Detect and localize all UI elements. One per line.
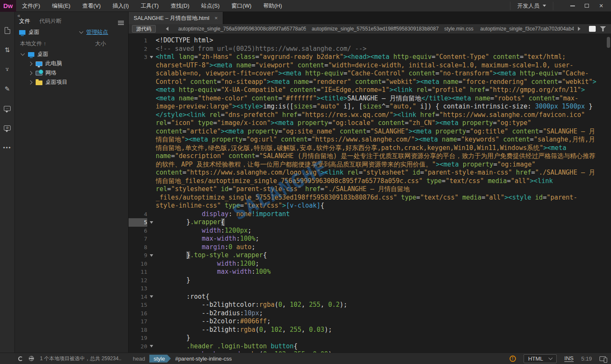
- doctype-select[interactable]: HTML: [524, 354, 557, 363]
- code-line-1[interactable]: 1<!DOCTYPE html>: [129, 36, 611, 45]
- code-fold-icon[interactable]: [150, 254, 153, 257]
- menu-item-1[interactable]: 编辑(E): [46, 0, 76, 12]
- column-local-files[interactable]: 本地文件 ↑: [20, 40, 46, 47]
- code-line-wrap[interactable]: content="article"><meta property="og:sit…: [129, 128, 611, 136]
- split-view-button[interactable]: [589, 26, 596, 32]
- manage-sites-link[interactable]: 管理站点: [86, 28, 108, 36]
- scroll-left-icon[interactable]: [166, 27, 168, 31]
- code-line-2[interactable]: 2<!-- saved from url=(0025)https://www.s…: [129, 45, 611, 53]
- menu-item-7[interactable]: 窗口(W): [226, 0, 258, 12]
- tree-item-桌面[interactable]: 桌面: [15, 50, 128, 59]
- restore-button[interactable]: [580, 1, 594, 11]
- code-line-wrap[interactable]: name="description" content="SALANGHE (月情…: [129, 152, 611, 161]
- chevron-right-icon[interactable]: [28, 71, 32, 75]
- menu-item-6[interactable]: 站点(S): [195, 0, 225, 12]
- code-line-9[interactable]: 9 }.top-style .wrapper{: [129, 251, 611, 260]
- tab-files[interactable]: 文件: [19, 17, 30, 25]
- code-view[interactable]: 1<!DOCTYPE html>2<!-- saved from url=(00…: [129, 33, 611, 353]
- apply-comment-button[interactable]: --: [3, 104, 11, 113]
- workspace-switcher[interactable]: 开发人员: [510, 2, 553, 10]
- code-line-wrap[interactable]: content="https://www.salanghe.com/logo.s…: [129, 169, 611, 177]
- code-line-20[interactable]: 20 .header .login-button button{: [129, 342, 611, 351]
- code-line-wrap[interactable]: charset=UTF-8"><meta name="viewport" con…: [129, 61, 611, 70]
- menu-item-2[interactable]: 查看(V): [76, 0, 107, 12]
- tab-snippets[interactable]: 代码片断: [39, 17, 62, 25]
- tree-item-网络[interactable]: 网络: [15, 68, 128, 78]
- code-line-5[interactable]: 5 }.wrapper{: [129, 218, 611, 227]
- chevron-right-icon[interactable]: [28, 80, 32, 84]
- chevron-right-icon[interactable]: [28, 61, 32, 66]
- code-line-wrap[interactable]: 情自留地_files/autoptimize_single_756a599959…: [129, 177, 611, 186]
- insert-mode-indicator[interactable]: INS: [564, 355, 574, 362]
- column-size[interactable]: 大小: [95, 40, 123, 47]
- realtime-preview-icon[interactable]: [600, 356, 606, 361]
- code-line-wrap[interactable]: image-preview:large"><style>img:is([size…: [129, 103, 611, 111]
- tag-head[interactable]: head: [133, 356, 145, 362]
- code-fold-icon[interactable]: [150, 345, 153, 347]
- code-line-wrap[interactable]: 情自留地,单文件,绿色版,汉化版,特别版,破解版,安卓,软件分享,好东西分享,p…: [129, 144, 611, 153]
- filter-icon[interactable]: [600, 26, 606, 31]
- site-select[interactable]: 桌面: [19, 28, 83, 36]
- code-line-wrap[interactable]: <meta name="theme-color" content="#fffff…: [129, 94, 611, 103]
- code-line-wrap[interactable]: rel="stylesheet" id="parent-style-css" h…: [129, 185, 611, 194]
- code-line-wrap[interactable]: 的软件、APP 及技术经验教程，让每一位用户都能便捷享受到高品质互联网资源带来的…: [129, 161, 611, 169]
- code-line-14[interactable]: 14 :root{: [129, 293, 611, 301]
- code-fold-icon[interactable]: [150, 56, 153, 58]
- menu-item-5[interactable]: 查找(D): [165, 0, 195, 12]
- code-line-3[interactable]: 3<html lang="zh-Hans" class="avgrund-rea…: [129, 53, 611, 61]
- editor-scrollbar[interactable]: [607, 37, 610, 48]
- close-button[interactable]: ×: [594, 1, 608, 11]
- related-file-0[interactable]: autoptimize_single_756a59995963008c895f7…: [173, 26, 306, 32]
- code-fold-icon[interactable]: [150, 295, 153, 298]
- scroll-right-icon[interactable]: [578, 27, 580, 31]
- code-line-wrap[interactable]: </style><link rel="dns-prefetch" href="h…: [129, 111, 611, 119]
- chevron-down-icon[interactable]: [20, 52, 25, 56]
- globe-check-icon[interactable]: [29, 356, 34, 361]
- new-file-button[interactable]: [3, 26, 11, 35]
- code-line-13[interactable]: 13: [129, 284, 611, 293]
- code-line-4[interactable]: 4 display: none!important: [129, 210, 611, 219]
- minimize-button[interactable]: [565, 1, 580, 11]
- code-line-7[interactable]: 7 max-width:100%;: [129, 235, 611, 243]
- menu-item-4[interactable]: 工具(T): [135, 0, 165, 12]
- tag-style-id[interactable]: #parent-style-inline-css: [175, 356, 232, 362]
- menu-item-0[interactable]: 文件(F): [16, 0, 46, 12]
- code-line-15[interactable]: 15 --b2lightcolor:rgba(0, 102, 255, 0.2)…: [129, 301, 611, 309]
- tree-item-此电脑[interactable]: 此电脑: [15, 59, 128, 68]
- code-line-wrap[interactable]: style-inline-css" type="text/css">[v-clo…: [129, 202, 611, 210]
- menu-item-8[interactable]: 帮助(H): [258, 0, 288, 12]
- refresh-icon[interactable]: [18, 356, 23, 361]
- code-line-wrap[interactable]: <meta http-equiv="X-UA-Compatible" conte…: [129, 86, 611, 94]
- code-line-10[interactable]: 10 width:1200;: [129, 260, 611, 268]
- code-line-wrap[interactable]: 情自留地"><meta property="og:url" content="h…: [129, 136, 611, 144]
- tag-style-selected[interactable]: style: [149, 355, 171, 363]
- code-line-16[interactable]: 16 --b2radius:10px;: [129, 309, 611, 318]
- code-line-19[interactable]: 19 }: [129, 334, 611, 342]
- code-line-6[interactable]: 6 width:1200px;: [129, 227, 611, 235]
- tree-item-桌面项目[interactable]: 桌面项目: [15, 78, 128, 87]
- code-line-wrap[interactable]: scalable=no, viewport-fit=cover"><meta h…: [129, 69, 611, 78]
- code-line-12[interactable]: 12 }: [129, 276, 611, 285]
- code-line-17[interactable]: 17 --b2color:#0066ff;: [129, 317, 611, 326]
- related-file-2[interactable]: style.min.css: [439, 26, 475, 32]
- format-source-button[interactable]: ↔*: [3, 65, 11, 74]
- related-file-1[interactable]: autoptimize_single_57551e53ed198ff595830…: [306, 26, 439, 32]
- sync-button[interactable]: ⇅: [3, 46, 11, 54]
- close-tab-icon[interactable]: ×: [214, 15, 218, 21]
- code-line-wrap[interactable]: Control" content="no-siteapp"><meta name…: [129, 78, 611, 86]
- beautify-button[interactable]: ✎: [3, 85, 11, 93]
- code-line-18[interactable]: 18 --b2light:rgba(0, 102, 255, 0.03);: [129, 326, 611, 334]
- code-line-11[interactable]: 11 max-width:100%: [129, 268, 611, 276]
- code-line-wrap[interactable]: rel="icon" type="image/x-icon"><meta pro…: [129, 119, 611, 128]
- source-code-button[interactable]: 源代码: [132, 25, 156, 33]
- code-line-wrap[interactable]: _files/autoptimize_single_57551e53ed198f…: [129, 194, 611, 202]
- remove-comment-button[interactable]: ⊘: [3, 124, 11, 132]
- code-line-8[interactable]: 8 margin:0 auto;: [129, 243, 611, 252]
- document-tab[interactable]: SALANGHE – 月情自留地.html ×: [129, 12, 223, 24]
- code-line-21[interactable]: 21 background:rgba(0, 102, 255, 0.09): [129, 350, 611, 353]
- code-fold-icon[interactable]: [150, 221, 153, 224]
- related-file-3[interactable]: autoptimize_single_f3ce77cab702d04ab419b: [475, 26, 574, 32]
- lint-warning-icon[interactable]: !: [510, 356, 516, 362]
- more-options-button[interactable]: •••: [3, 143, 11, 152]
- menu-item-3[interactable]: 插入(I): [107, 0, 135, 12]
